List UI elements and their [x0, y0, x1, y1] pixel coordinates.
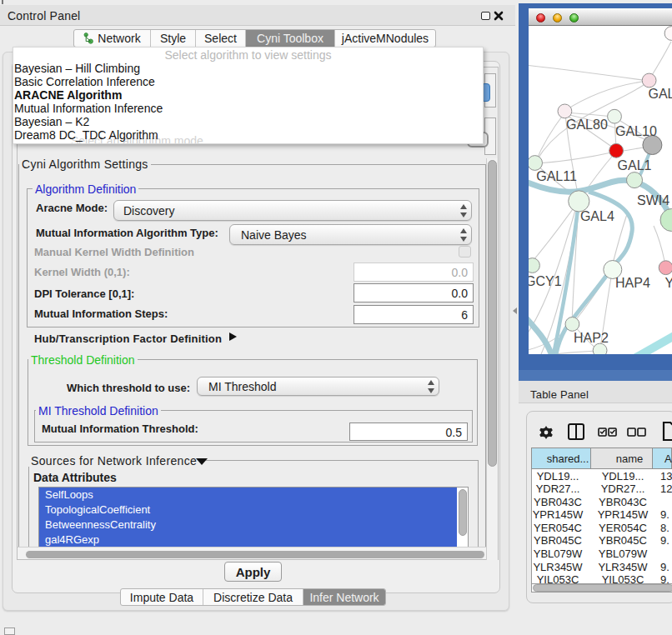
svg-text:GAL11: GAL11: [536, 169, 577, 183]
svg-text:GAL80: GAL80: [566, 118, 608, 132]
svg-text:GAL: GAL: [649, 87, 672, 101]
svg-text:HAP4: HAP4: [615, 276, 650, 290]
svg-text:Y: Y: [665, 276, 672, 290]
svg-text:HAP2: HAP2: [574, 331, 609, 345]
svg-text:GCY1: GCY1: [529, 274, 562, 288]
svg-text:GAL4: GAL4: [580, 209, 614, 223]
svg-text:GAL10: GAL10: [615, 124, 657, 138]
svg-text:GAL1: GAL1: [618, 158, 652, 172]
svg-text:SWI4: SWI4: [637, 193, 669, 208]
